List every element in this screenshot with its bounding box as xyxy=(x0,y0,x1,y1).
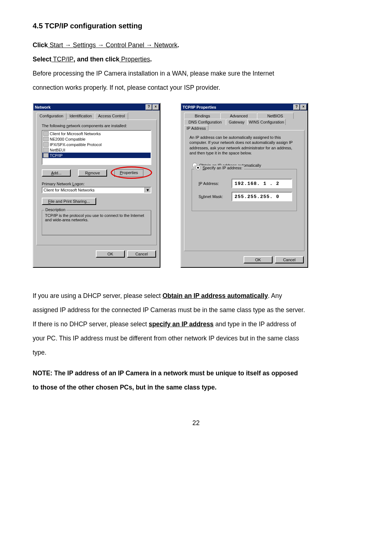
help-button[interactable]: ? xyxy=(293,104,300,110)
then-click: , and then click xyxy=(74,56,119,63)
punct: . xyxy=(177,41,179,49)
add-button[interactable]: AAdd...dd... xyxy=(42,169,71,177)
subnet-label: Subnet Mask: xyxy=(199,194,226,199)
tcpip-tabs: Bindings Advanced NetBIOS DNS Configurat… xyxy=(184,113,305,130)
tcpip-titlebar: TCP/IP Properties ? × xyxy=(181,104,307,110)
list-item[interactable]: NE2000 Compatible xyxy=(42,136,151,142)
select-word: Select xyxy=(33,56,52,63)
list-item[interactable]: NetBEUI xyxy=(42,147,151,153)
paragraph-5: your PC. This IP address must be differe… xyxy=(33,332,359,345)
ip-address-input[interactable]: 192.168. 1 . 2 xyxy=(232,179,292,188)
subnet-input[interactable]: 255.255.255. 0 xyxy=(232,192,292,201)
network-tabs: Configuration Identification Access Cont… xyxy=(36,113,157,120)
p4c: and type in the IP address of xyxy=(213,320,296,328)
tcpip-dialog: TCP/IP Properties ? × Bindings Advanced … xyxy=(180,103,308,268)
paragraph-1b: connection works properly. If not, pleas… xyxy=(33,81,359,94)
ip-address-label: IP Address: xyxy=(199,181,226,186)
note-line-2: to those of the other chosen PCs, but in… xyxy=(33,381,359,394)
close-button[interactable]: × xyxy=(300,104,307,110)
tab-bindings[interactable]: Bindings xyxy=(184,113,221,119)
tcpip-content: An IP address can be automatically assig… xyxy=(184,130,305,251)
primary-logon-dropdown[interactable]: ▼ xyxy=(42,187,151,193)
dropdown-arrow-icon[interactable]: ▼ xyxy=(144,187,151,193)
paragraph-4: If there is no DHCP server, please selec… xyxy=(33,318,359,331)
item-label: IPX/SPX-compatible Protocol xyxy=(50,142,102,147)
paragraph-3: assigned IP address for the connected IP… xyxy=(33,304,359,316)
tab-dns[interactable]: DNS Configuration xyxy=(184,119,226,125)
tab-gateway[interactable]: Gateway xyxy=(226,119,248,125)
p2b: Obtain an IP address automatically xyxy=(163,292,268,299)
protocol-icon xyxy=(43,148,49,152)
components-listbox[interactable]: Client for Microsoft Networks NE2000 Com… xyxy=(42,130,151,165)
properties-button[interactable]: PropertiesProperties xyxy=(114,169,143,177)
paragraph-1a: Before processing the IP Camera installa… xyxy=(33,67,359,80)
tab-identification[interactable]: Identification xyxy=(66,113,95,120)
description-title: Description xyxy=(44,207,66,212)
tcpip-word: TCP/IP xyxy=(52,56,74,63)
radio-label: Specify an IP address: xyxy=(203,166,242,170)
radio-specify[interactable]: Specify an IP address: xyxy=(194,165,244,170)
list-item[interactable]: Client for Microsoft Networks xyxy=(42,131,151,136)
tab-advanced[interactable]: Advanced xyxy=(220,113,257,119)
paragraph-2: If you are using a DHCP server, please s… xyxy=(33,290,359,302)
titlebar-buttons: ? × xyxy=(293,104,307,110)
page-number: 22 xyxy=(33,419,359,427)
primary-logon-label: Primary Network Logon: xyxy=(42,182,151,186)
cancel-button[interactable]: Cancel xyxy=(275,256,304,263)
help-button[interactable]: ? xyxy=(146,104,152,110)
client-icon xyxy=(43,131,49,136)
click-path-line: Click Start → Settings → Control Panel →… xyxy=(33,39,359,52)
network-dialog: Network ? × Configuration Identification… xyxy=(33,103,160,268)
list-item-selected[interactable]: TCP/IP xyxy=(42,153,151,158)
specify-fieldset: Specify an IP address: IP Address: 192.1… xyxy=(192,169,297,211)
plabel-b: ogon: xyxy=(74,182,85,186)
protocol-icon xyxy=(43,153,49,158)
plabel-a: Primary Network xyxy=(42,182,72,186)
note-line-1: NOTE: The IP address of an IP Camera in … xyxy=(33,367,359,380)
cancel-button[interactable]: Cancel xyxy=(127,250,156,258)
components-a: The following xyxy=(42,124,66,128)
section-heading: 4.5 TCP/IP configuration setting xyxy=(33,22,359,30)
explain-text: An IP address can be automatically assig… xyxy=(189,135,299,156)
ok-button[interactable]: OK xyxy=(96,250,125,258)
item-label: NE2000 Compatible xyxy=(50,137,85,141)
close-button[interactable]: × xyxy=(152,104,159,110)
paragraph-6: type. xyxy=(33,346,359,359)
network-title: Network xyxy=(35,105,50,109)
p4b: specify an IP address xyxy=(149,320,214,328)
protocol-icon xyxy=(43,142,49,147)
select-line: Select TCP/IP, and then click Properties… xyxy=(33,53,359,66)
radio-checked-icon xyxy=(196,165,200,170)
item-label: NetBEUI xyxy=(50,148,65,152)
remove-button[interactable]: RemoveRemove xyxy=(78,169,107,177)
tab-content: The following network components are ins… xyxy=(36,120,157,245)
tab-configuration[interactable]: Configuration xyxy=(36,113,66,120)
description-text: TCP/IP is the protocol you use to connec… xyxy=(45,213,148,222)
click-word: Click xyxy=(33,41,48,49)
list-item[interactable]: IPX/SPX-compatible Protocol xyxy=(42,142,151,147)
p4a: If there is no DHCP server, please selec… xyxy=(33,320,149,328)
titlebar-buttons: ? × xyxy=(145,104,159,110)
tab-ip-address[interactable]: IP Address xyxy=(184,125,208,130)
tab-wins[interactable]: WINS Configuration xyxy=(247,119,286,125)
p2c: . Any xyxy=(268,292,282,299)
tcpip-title: TCP/IP Properties xyxy=(183,105,216,109)
tab-access-control[interactable]: Access Control xyxy=(95,113,128,120)
network-titlebar: Network ? × xyxy=(33,104,160,110)
file-print-sharing-button[interactable]: File and Print Sharing...File and Print … xyxy=(42,198,96,205)
p2a: If you are using a DHCP server, please s… xyxy=(33,292,163,299)
item-label: TCP/IP xyxy=(50,153,62,158)
ok-button[interactable]: OK xyxy=(244,256,273,263)
primary-logon-value[interactable] xyxy=(42,187,144,193)
properties-word: Properties xyxy=(119,56,150,63)
components-label: The following network components are ins… xyxy=(42,124,151,128)
punct2: . xyxy=(150,56,152,63)
adapter-icon xyxy=(43,137,49,141)
description-group: Description TCP/IP is the protocol you u… xyxy=(42,210,151,235)
components-b: etwork components are installed: xyxy=(69,124,127,128)
tab-netbios[interactable]: NetBIOS xyxy=(257,113,294,119)
nav-path: Start → Settings → Control Panel → Netwo… xyxy=(48,41,177,49)
item-label: Client for Microsoft Networks xyxy=(50,132,101,136)
